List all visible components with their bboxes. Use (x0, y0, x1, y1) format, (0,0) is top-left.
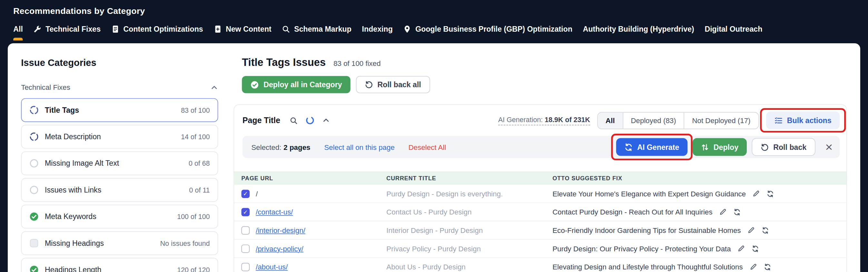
deploy-button[interactable]: Deploy (692, 138, 747, 156)
category-tabs: All Technical Fixes Content Optimization… (13, 25, 855, 40)
refresh-spinner-icon[interactable] (306, 116, 314, 125)
filter-all[interactable]: All (598, 112, 623, 129)
select-all-link[interactable]: Select all on this page (324, 143, 394, 151)
sidebar-item-headings-length[interactable]: Headings Length 120 of 120 (21, 258, 218, 272)
tab-gbp-optimization[interactable]: Google Business Profile (GBP) Optimizati… (403, 25, 572, 40)
page-url-link[interactable]: /interior-design/ (256, 226, 386, 235)
page-title: Recommendations by Category (13, 6, 855, 16)
suggested-fix: Contact Purdy Design - Reach Out for All… (552, 208, 712, 216)
page-url-link[interactable]: /privacy-policy/ (256, 244, 386, 253)
chevron-up-icon (210, 83, 218, 91)
deploy-arrows-icon (701, 143, 709, 151)
row-checkbox[interactable] (242, 244, 250, 253)
current-title: Interior Design - Purdy Design (386, 226, 552, 235)
sidebar-group-technical-fixes[interactable]: Technical Fixes (21, 83, 218, 92)
page-url-link[interactable]: /about-us/ (256, 263, 386, 271)
row-checkbox[interactable] (242, 189, 250, 198)
page-title-section: Page Title AI Generation: 18.9K of 231K … (234, 104, 847, 272)
sidebar-item-issues-with-links[interactable]: Issues with Links 0 of 11 (21, 178, 218, 202)
section-title: Title Tags Issues (242, 57, 326, 69)
issues-table: PAGE URL CURRENT TITLE OTTO SUGGESTED FI… (234, 171, 846, 272)
selection-bar: Selected:2 pages Select all on this page… (243, 136, 840, 158)
section-title-row: Title Tags Issues 83 of 100 fixed (242, 57, 847, 69)
close-icon[interactable]: × (825, 142, 833, 152)
sidebar-title: Issue Categories (21, 58, 218, 69)
edit-icon[interactable] (752, 190, 760, 197)
bulk-actions-button[interactable]: Bulk actions (766, 111, 840, 129)
search-icon[interactable] (289, 116, 298, 125)
fixed-count: 83 of 100 fixed (333, 59, 380, 68)
suggested-fix: Elevating Design and Lifestyle through T… (552, 263, 743, 271)
tab-all[interactable]: All (13, 25, 23, 40)
item-count: 14 of 100 (181, 133, 210, 140)
tab-label: Schema Markup (294, 25, 351, 33)
table-header: PAGE URL CURRENT TITLE OTTO SUGGESTED FI… (234, 171, 846, 185)
item-count: 0 of 68 (189, 160, 210, 167)
tab-label: Technical Fixes (45, 25, 101, 33)
sidebar-item-meta-description[interactable]: Meta Description 14 of 100 (21, 125, 218, 148)
page-url-link[interactable]: / (256, 189, 386, 198)
item-count: No issues found (160, 239, 210, 247)
page-title-section-label: Page Title (243, 116, 280, 125)
tab-authority-building[interactable]: Authority Building (Hyperdrive) (583, 25, 694, 40)
regenerate-icon[interactable] (762, 226, 769, 234)
regenerate-icon[interactable] (767, 190, 774, 197)
sidebar-item-title-tags[interactable]: Title Tags 83 of 100 (21, 98, 218, 122)
search-icon (282, 25, 290, 33)
tab-digital-outreach[interactable]: Digital Outreach (705, 25, 762, 40)
empty-circle-icon (29, 185, 39, 194)
suggested-fix: Eco-Friendly Indoor Gardening Tips for S… (552, 226, 741, 235)
table-row: /contact-us/ Contact Us - Purdy Design C… (234, 203, 846, 221)
current-title: Contact Us - Purdy Design (386, 208, 552, 216)
sidebar-item-missing-image-alt-text[interactable]: Missing Image Alt Text 0 of 68 (21, 152, 218, 175)
sidebar-item-missing-headings[interactable]: Missing Headings No issues found (21, 231, 218, 255)
deselect-all-link[interactable]: Deselect All (408, 143, 446, 151)
table-row: / Purdy Design - Design is everything. E… (234, 185, 846, 203)
row-checkbox[interactable] (242, 263, 250, 271)
tab-technical-fixes[interactable]: Technical Fixes (33, 25, 101, 40)
filter-not-deployed[interactable]: Not Deployed (17) (684, 112, 758, 129)
deploy-all-button[interactable]: Deploy all in Category (242, 76, 350, 93)
tab-content-optimizations[interactable]: Content Optimizations (111, 25, 203, 40)
regenerate-icon[interactable] (764, 263, 771, 270)
filter-deployed[interactable]: Deployed (83) (623, 112, 684, 129)
ai-sync-icon (625, 143, 633, 151)
category-list: Title Tags 83 of 100 Meta Description 14… (21, 98, 218, 272)
row-checkbox[interactable] (242, 226, 250, 235)
progress-spinner-icon (29, 105, 39, 115)
edit-icon[interactable] (747, 226, 755, 234)
bulk-list-icon (774, 116, 782, 125)
regenerate-icon[interactable] (734, 208, 741, 215)
check-circle-icon (29, 212, 39, 221)
tab-label: Content Optimizations (123, 25, 203, 33)
group-label: Technical Fixes (21, 83, 70, 92)
edit-icon[interactable] (719, 208, 727, 216)
tab-label: Authority Building (Hyperdrive) (583, 25, 694, 33)
ai-generate-button[interactable]: AI Generate (616, 138, 687, 156)
edit-icon[interactable] (749, 263, 757, 271)
row-checkbox[interactable] (242, 208, 250, 216)
empty-circle-icon (29, 159, 39, 168)
deploy-filter-control: All Deployed (83) Not Deployed (17) (597, 112, 759, 129)
current-title: Privacy Policy - Purdy Design (386, 244, 552, 253)
check-circle-icon (250, 80, 259, 89)
page-url-link[interactable]: /contact-us/ (256, 208, 386, 216)
issue-categories-sidebar: Issue Categories Technical Fixes Title T… (8, 43, 218, 272)
tab-schema-markup[interactable]: Schema Markup (282, 25, 351, 40)
current-title: About Us - Purdy Design (386, 263, 552, 271)
sidebar-item-meta-keywords[interactable]: Meta Keywords 100 of 100 (21, 205, 218, 229)
column-header: PAGE URL (242, 175, 386, 182)
map-pin-icon (403, 25, 412, 33)
content-card: Issue Categories Technical Fixes Title T… (8, 43, 860, 272)
tab-indexing[interactable]: Indexing (362, 25, 393, 40)
table-row: /about-us/ About Us - Purdy Design Eleva… (234, 258, 846, 272)
tab-new-content[interactable]: New Content (213, 25, 271, 40)
regenerate-icon[interactable] (752, 245, 759, 252)
collapse-chevron-icon[interactable] (322, 117, 330, 125)
edit-icon[interactable] (737, 245, 745, 252)
rollback-button[interactable]: Roll back (752, 138, 815, 156)
item-count: 120 of 120 (177, 266, 210, 272)
rollback-all-button[interactable]: Roll back all (356, 76, 430, 93)
category-actions: Deploy all in Category Roll back all (242, 76, 847, 93)
document-lines-icon (111, 25, 120, 33)
